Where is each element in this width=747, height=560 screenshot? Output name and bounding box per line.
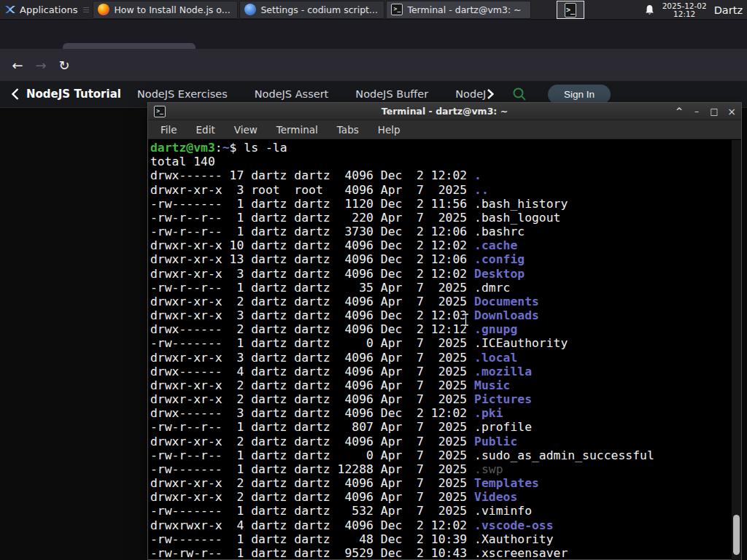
terminal-file-row: drwx------ 3 dartz dartz 4096 Dec 2 12:0… xyxy=(150,406,731,420)
browser-tab-bar: How to Install Node.js on × + – □ × xyxy=(0,20,747,49)
terminal-prompt-line: dartz@vm3:~$ ls -la xyxy=(150,141,731,155)
reload-button[interactable]: ↻ xyxy=(53,54,76,77)
system-tray: 2025-12-02 12:12 Dartz xyxy=(644,0,747,20)
terminal-menu-help[interactable]: Help xyxy=(378,124,400,136)
terminal-file-row: -rw-r--r-- 1 dartz dartz 35 Apr 7 2025 .… xyxy=(150,281,731,295)
terminal-file-row: -rw------- 1 dartz dartz 1120 Dec 2 11:5… xyxy=(150,197,731,211)
terminal-file-row: -rw-r--r-- 1 dartz dartz 0 Apr 7 2025 .s… xyxy=(150,448,731,462)
terminal-file-row: -rw-rw-r-- 1 dartz dartz 9529 Dec 2 10:4… xyxy=(150,546,731,559)
terminal-file-row: -rw-r--r-- 1 dartz dartz 807 Apr 7 2025 … xyxy=(150,420,731,434)
terminal-file-row: -rw-r--r-- 1 dartz dartz 3730 Dec 2 12:0… xyxy=(150,225,731,238)
nav-scroll-right-chevron-icon[interactable] xyxy=(487,89,494,99)
site-nav-links: NodeJS ExercisesNodeJS AssertNodeJS Buff… xyxy=(137,88,486,100)
window-button-codium[interactable]: Settings - codium script... xyxy=(239,1,384,19)
sign-in-button[interactable]: Sign In xyxy=(548,85,611,104)
terminal-file-row: drwxr-xr-x 3 dartz dartz 4096 Dec 2 12:0… xyxy=(150,308,731,322)
terminal-file-row: -rw------- 1 dartz dartz 12288 Apr 7 202… xyxy=(150,462,731,476)
minimize-button[interactable]: – xyxy=(692,106,702,117)
terminal-file-row: -rw-r--r-- 1 dartz dartz 220 Apr 7 2025 … xyxy=(150,211,731,225)
distro-logo-icon xyxy=(4,4,16,15)
site-nav-link[interactable]: NodeJS Buffer xyxy=(355,88,428,100)
search-icon[interactable] xyxy=(510,85,529,104)
clock-date: 2025-12-02 xyxy=(662,2,707,10)
terminal-file-row: drwxr-xr-x 2 dartz dartz 4096 Apr 7 2025… xyxy=(150,295,731,308)
ibeam-cursor xyxy=(462,313,470,327)
terminal-menu-view[interactable]: View xyxy=(234,124,258,136)
terminal-menu-edit[interactable]: Edit xyxy=(196,124,215,136)
site-nav-link[interactable]: NodeJS Console xyxy=(455,88,486,100)
panel-handle xyxy=(83,3,89,16)
applications-menu-label: Applications xyxy=(20,4,77,15)
maximize-button[interactable]: □ xyxy=(709,106,719,117)
applications-menu-button[interactable]: Applications xyxy=(0,0,83,20)
scrollbar[interactable] xyxy=(732,140,741,560)
nav-scroll-left-chevron-icon[interactable] xyxy=(12,88,19,100)
close-button[interactable]: × xyxy=(727,106,737,117)
user-indicator[interactable]: Dartz xyxy=(714,4,743,16)
terminal-file-row: drwx------ 4 dartz dartz 4096 Apr 7 2025… xyxy=(150,365,731,378)
window-button-label: Terminal - dartz@vm3: ~ xyxy=(407,4,521,15)
site-nav-link[interactable]: NodeJS Assert xyxy=(255,88,329,100)
terminal-file-row: -rw------- 1 dartz dartz 532 Apr 7 2025 … xyxy=(150,504,731,518)
terminal-menu-terminal[interactable]: Terminal xyxy=(276,124,318,136)
terminal-file-row: drwxr-xr-x 3 dartz dartz 4096 Dec 2 12:0… xyxy=(150,267,731,281)
window-button-label: Settings - codium script... xyxy=(260,4,377,15)
terminal-window: >_ Terminal - dartz@vm3: ~ ^ – □ × FileE… xyxy=(147,102,742,560)
terminal-icon: >_ xyxy=(565,3,576,18)
terminal-menubar: FileEditViewTerminalTabsHelp xyxy=(148,120,741,139)
terminal-file-row: drwxr-xr-x 13 dartz dartz 4096 Dec 2 12:… xyxy=(150,252,731,266)
site-nav-primary-link[interactable]: NodeJS Tutorial xyxy=(26,88,121,101)
terminal-window-controls: ^ – □ × xyxy=(674,103,737,120)
terminal-file-row: drwxrwxr-x 4 dartz dartz 4096 Dec 2 12:0… xyxy=(150,518,731,532)
window-button-terminal[interactable]: >_ Terminal - dartz@vm3: ~ xyxy=(386,1,531,19)
terminal-menu-tabs[interactable]: Tabs xyxy=(337,124,359,136)
terminal-file-row: drwxr-xr-x 3 dartz dartz 4096 Apr 7 2025… xyxy=(150,351,731,365)
terminal-title: Terminal - dartz@vm3: ~ xyxy=(148,106,741,117)
back-button[interactable]: ← xyxy=(6,54,29,77)
vscodium-icon xyxy=(244,4,256,15)
terminal-file-row: drwx------ 2 dartz dartz 4096 Dec 2 12:1… xyxy=(150,322,731,336)
terminal-launcher[interactable]: >_ xyxy=(557,1,584,19)
terminal-output[interactable]: dartz@vm3:~$ ls -la total 140 drwx------… xyxy=(148,139,741,559)
terminal-file-row: drwxr-xr-x 10 dartz dartz 4096 Dec 2 12:… xyxy=(150,238,731,252)
terminal-file-row: drwxr-xr-x 2 dartz dartz 4096 Apr 7 2025… xyxy=(150,476,731,490)
terminal-file-row: drwx------ 17 dartz dartz 4096 Dec 2 12:… xyxy=(150,168,731,182)
terminal-titlebar[interactable]: >_ Terminal - dartz@vm3: ~ ^ – □ × xyxy=(148,103,741,120)
clock[interactable]: 2025-12-02 12:12 xyxy=(662,2,707,18)
terminal-file-row: -rw------- 1 dartz dartz 48 Dec 2 10:39 … xyxy=(150,532,731,546)
terminal-file-row: drwxr-xr-x 3 root root 4096 Apr 7 2025 .… xyxy=(150,183,731,197)
terminal-file-row: -rw------- 1 dartz dartz 0 Apr 7 2025 .I… xyxy=(150,336,731,350)
window-button-label: How to Install Node.js o... xyxy=(114,4,230,15)
terminal-total-line: total 140 xyxy=(150,155,731,168)
site-nav-link[interactable]: NodeJS Exercises xyxy=(137,88,228,100)
scrollbar-thumb[interactable] xyxy=(733,515,740,555)
terminal-file-row: drwxr-xr-x 2 dartz dartz 4096 Apr 7 2025… xyxy=(150,490,731,504)
terminal-file-row: drwxr-xr-x 2 dartz dartz 4096 Apr 7 2025… xyxy=(150,392,731,406)
clock-time: 12:12 xyxy=(662,10,707,18)
terminal-icon: >_ xyxy=(391,4,403,15)
shade-button[interactable]: ^ xyxy=(674,106,684,117)
terminal-file-row: drwxr-xr-x 2 dartz dartz 4096 Apr 7 2025… xyxy=(150,378,731,392)
terminal-file-row: drwxr-xr-x 2 dartz dartz 4096 Apr 7 2025… xyxy=(150,435,731,448)
browser-toolbar: ← → ↻ https://www.geeksforgeeks.org/node… xyxy=(0,49,747,82)
notification-bell-icon[interactable] xyxy=(644,4,655,16)
firefox-icon xyxy=(98,4,109,15)
window-button-firefox[interactable]: How to Install Node.js o... xyxy=(93,1,238,19)
top-panel: Applications How to Install Node.js o...… xyxy=(0,0,747,20)
desktop: Applications How to Install Node.js o...… xyxy=(0,0,747,560)
terminal-menu-file[interactable]: File xyxy=(160,124,177,136)
forward-button[interactable]: → xyxy=(29,54,53,77)
